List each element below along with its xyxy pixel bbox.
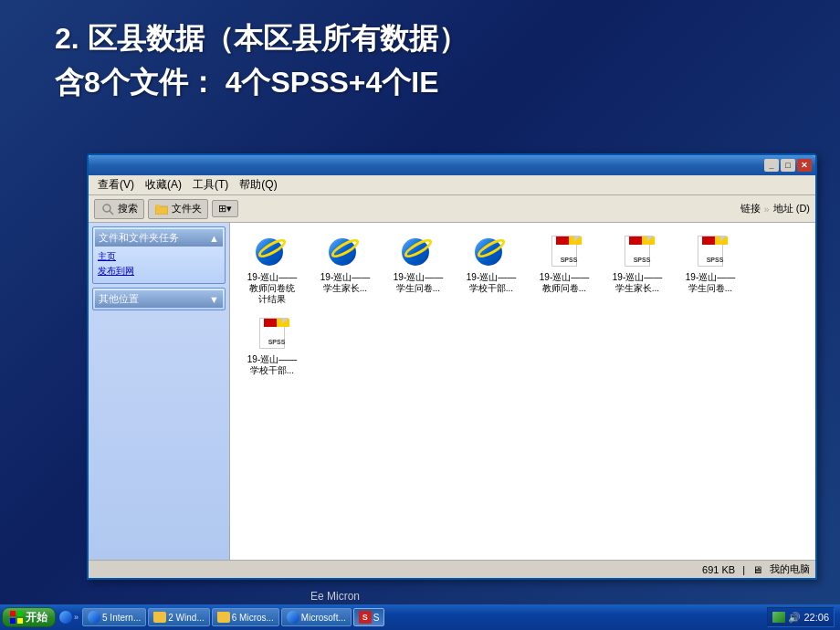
- panel-header-label-1: 文件和文件夹任务: [99, 231, 179, 245]
- panel-section-2: 其他位置 ▼: [92, 288, 226, 310]
- file-icon-4: SPSS: [546, 234, 583, 270]
- file-label-7: 19-巡山—— 学校干部...: [247, 354, 297, 376]
- menu-bar: 查看(V) 收藏(A) 工具(T) 帮助(Q): [89, 175, 815, 195]
- file-item-3[interactable]: 19-巡山—— 学校干部...: [457, 230, 526, 309]
- quick-launch: »: [59, 611, 79, 624]
- sys-tray: 🔊 22:06: [767, 607, 835, 627]
- file-icon-3: [473, 234, 509, 270]
- status-separator: |: [742, 564, 745, 575]
- taskbar-item-label-4: S: [373, 613, 380, 623]
- file-label-2: 19-巡山—— 学生问卷...: [394, 272, 443, 294]
- file-label-1: 19-巡山—— 学生家长...: [320, 272, 370, 294]
- title-line2: 含8个文件： 4个SPSS+4个IE: [55, 60, 785, 104]
- taskbar-item-label-0: 5 Intern...: [102, 613, 141, 623]
- file-area: 19-巡山—— 教师问卷统 计结果 19-巡山—— 学生家长...: [230, 223, 815, 560]
- taskbar-item-1[interactable]: 2 Wind...: [148, 608, 209, 626]
- menu-view[interactable]: 查看(V): [92, 175, 140, 194]
- panel-link-publish[interactable]: 发布到网: [98, 264, 220, 278]
- taskbar-item-label-2: 6 Micros...: [232, 613, 274, 623]
- folder-icon: [154, 202, 169, 216]
- start-button[interactable]: 开始: [2, 607, 56, 627]
- search-icon: [100, 202, 115, 216]
- svg-line-1: [110, 211, 113, 215]
- file-label-6: 19-巡山—— 学生问卷...: [686, 272, 735, 294]
- panel-collapse-1[interactable]: ▲: [209, 233, 219, 244]
- taskbar-item-2[interactable]: 6 Micros...: [212, 608, 279, 626]
- file-icon-7: SPSS: [254, 316, 290, 352]
- file-item-5[interactable]: SPSS 19-巡山—— 学生家长...: [603, 230, 672, 309]
- taskbar-folder-icon-1: [153, 612, 166, 623]
- start-label: 开始: [26, 610, 47, 625]
- file-item-7[interactable]: SPSS 19-巡山—— 学校干部...: [237, 312, 307, 380]
- system-clock: 22:06: [803, 612, 829, 623]
- taskbar-ie-icon-0: [88, 611, 100, 624]
- title-bar: _ □ ✕: [89, 155, 815, 175]
- panel-content-1: 主页 发布到网: [95, 247, 223, 281]
- taskbar-items: 5 Intern... 2 Wind... 6 Micros... Micros…: [82, 608, 767, 626]
- title-area: 2. 区县数据（本区县所有数据） 含8个文件： 4个SPSS+4个IE: [55, 16, 785, 104]
- panel-header-2[interactable]: 其他位置 ▼: [95, 290, 223, 308]
- toolbar: 搜索 文件夹 ⊞▾ 链接 » 地址 (D): [89, 195, 815, 223]
- file-icon-6: SPSS: [692, 234, 729, 270]
- explorer-window: _ □ ✕ 查看(V) 收藏(A) 工具(T) 帮助(Q) 搜索: [87, 153, 817, 580]
- minimize-button[interactable]: _: [764, 159, 779, 172]
- file-icon-2: [400, 234, 436, 270]
- search-label: 搜索: [118, 202, 138, 215]
- file-item-2[interactable]: 19-巡山—— 学生问卷...: [383, 230, 453, 309]
- content-area: 文件和文件夹任务 ▲ 主页 发布到网 其他位置 ▼: [89, 223, 815, 560]
- file-item-6[interactable]: SPSS 19-巡山—— 学生问卷...: [676, 230, 745, 309]
- taskbar-ie-icon-3: [287, 611, 299, 624]
- panel-header-label-2: 其他位置: [99, 292, 139, 306]
- panel-collapse-2[interactable]: ▼: [209, 294, 219, 305]
- close-button[interactable]: ✕: [797, 159, 812, 172]
- left-panel: 文件和文件夹任务 ▲ 主页 发布到网 其他位置 ▼: [89, 223, 230, 560]
- links-label: 链接: [740, 202, 761, 215]
- svg-rect-2: [155, 206, 168, 215]
- taskbar-spss-icon-4: S: [359, 611, 372, 624]
- file-item-4[interactable]: SPSS 19-巡山—— 教师问卷...: [530, 230, 599, 309]
- tray-network-icon: [772, 612, 785, 623]
- menu-tools[interactable]: 工具(T): [187, 175, 234, 194]
- svg-rect-4: [155, 205, 160, 207]
- menu-favorites[interactable]: 收藏(A): [140, 175, 187, 194]
- menu-help[interactable]: 帮助(Q): [234, 175, 282, 194]
- file-label-4: 19-巡山—— 教师问卷...: [540, 272, 589, 294]
- taskbar-item-label-3: Microsoft...: [301, 613, 346, 623]
- file-grid: 19-巡山—— 教师问卷统 计结果 19-巡山—— 学生家长...: [237, 230, 808, 380]
- views-label: ⊞▾: [218, 203, 232, 215]
- address-label-right: 地址 (D): [773, 202, 810, 215]
- title-text: 2. 区县数据（本区县所有数据） 含8个文件： 4个SPSS+4个IE: [55, 16, 785, 104]
- title-line1: 2. 区县数据（本区县所有数据）: [55, 16, 785, 60]
- views-button[interactable]: ⊞▾: [212, 200, 238, 217]
- status-size: 691 KB: [702, 564, 735, 575]
- folders-label: 文件夹: [172, 202, 202, 215]
- maximize-button[interactable]: □: [781, 159, 795, 172]
- taskbar-item-3[interactable]: Microsoft...: [281, 608, 352, 626]
- file-item-1[interactable]: 19-巡山—— 学生家长...: [310, 230, 380, 309]
- taskbar-item-4[interactable]: S S: [353, 608, 385, 626]
- tray-sound-icon: 🔊: [788, 612, 801, 624]
- toolbar-right: 链接 » 地址 (D): [740, 202, 810, 215]
- micron-label: Ee Micron: [310, 590, 360, 603]
- svg-point-0: [103, 205, 110, 212]
- search-button[interactable]: 搜索: [94, 199, 144, 219]
- file-label-5: 19-巡山—— 学生家长...: [613, 272, 662, 294]
- panel-section-1: 文件和文件夹任务 ▲ 主页 发布到网: [92, 226, 226, 284]
- taskbar-item-0[interactable]: 5 Intern...: [82, 608, 146, 626]
- quicklaunch-label: »: [74, 613, 79, 622]
- panel-link-home[interactable]: 主页: [98, 249, 220, 264]
- quicklaunch-ie-icon[interactable]: [59, 611, 72, 624]
- status-bar: 691 KB | 🖥 我的电脑: [89, 560, 815, 578]
- status-location: 我的电脑: [770, 562, 810, 576]
- folders-button[interactable]: 文件夹: [148, 199, 208, 219]
- status-location-icon: 🖥: [752, 564, 762, 575]
- taskbar-item-label-1: 2 Wind...: [168, 613, 204, 623]
- taskbar-folder-icon-2: [217, 612, 230, 623]
- file-item-0[interactable]: 19-巡山—— 教师问卷统 计结果: [237, 230, 307, 309]
- panel-header-1[interactable]: 文件和文件夹任务 ▲: [95, 229, 223, 247]
- file-label-3: 19-巡山—— 学校干部...: [467, 272, 516, 294]
- file-icon-5: SPSS: [619, 234, 656, 270]
- slide: 2. 区县数据（本区县所有数据） 含8个文件： 4个SPSS+4个IE _ □ …: [0, 0, 840, 630]
- taskbar: 开始 » 5 Intern... 2 Wind... 6 Micros...: [0, 604, 840, 630]
- file-icon-1: [327, 234, 363, 270]
